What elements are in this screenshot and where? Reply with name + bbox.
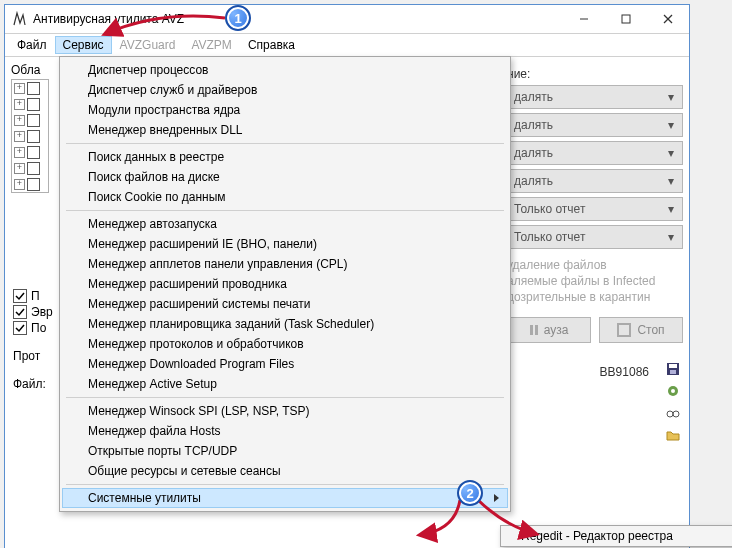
checkbox[interactable] — [13, 321, 27, 335]
menubar: Файл Сервис AVZGuard AVZPM Справка — [5, 34, 689, 57]
chevron-down-icon: ▾ — [664, 118, 678, 132]
combo-action-1[interactable]: далять▾ — [507, 85, 683, 109]
chevron-down-icon: ▾ — [664, 202, 678, 216]
dropdown-item[interactable]: Менеджер апплетов панели управления (CPL… — [62, 254, 508, 274]
heal-label: ние: — [507, 67, 683, 81]
titlebar: Антивирусная утилита AVZ — [5, 5, 689, 34]
dropdown-item[interactable]: Системные утилиты — [62, 488, 508, 508]
chevron-down-icon: ▾ — [664, 174, 678, 188]
dropdown-item[interactable]: Менеджер расширений системы печати — [62, 294, 508, 314]
dropdown-item[interactable]: Менеджер планировщика заданий (Task Sche… — [62, 314, 508, 334]
dropdown-item[interactable]: Менеджер внедренных DLL — [62, 120, 508, 140]
menu-avzpm[interactable]: AVZPM — [183, 36, 239, 54]
menu-service[interactable]: Сервис — [55, 36, 112, 54]
note-line: удаление файлов — [507, 257, 683, 273]
drive-tree[interactable]: + + + + + + + — [11, 79, 49, 193]
dropdown-item[interactable]: Поиск Cookie по данным — [62, 187, 508, 207]
log-side-icons — [665, 361, 681, 443]
folder-icon[interactable] — [665, 427, 681, 443]
save-icon[interactable] — [665, 361, 681, 377]
dropdown-item[interactable]: Менеджер Downloaded Program Files — [62, 354, 508, 374]
svg-rect-1 — [622, 15, 630, 23]
annotation-badge-1: 1 — [225, 5, 251, 31]
menu-file[interactable]: Файл — [9, 36, 55, 54]
combo-action-6[interactable]: Только отчет▾ — [507, 225, 683, 249]
tree-row[interactable]: + — [12, 80, 48, 96]
stop-icon — [617, 323, 631, 337]
dropdown-item[interactable]: Менеджер Active Setup — [62, 374, 508, 394]
left-column: Обла + + + + + + + — [9, 61, 49, 193]
maximize-button[interactable] — [605, 5, 647, 33]
svg-point-9 — [667, 411, 673, 417]
system-utilities-submenu: Regedit - Редактор реестра — [500, 525, 732, 547]
menu-help[interactable]: Справка — [240, 36, 303, 54]
dropdown-item[interactable]: Модули пространства ядра — [62, 100, 508, 120]
file-label: Файл: — [13, 377, 46, 391]
submenu-item-regedit[interactable]: Regedit - Редактор реестра — [521, 529, 673, 543]
right-panel: ние: далять▾ далять▾ далять▾ далять▾ Тол… — [507, 67, 683, 343]
area-label: Обла — [9, 61, 49, 79]
minimize-button[interactable] — [563, 5, 605, 33]
tree-row[interactable]: + — [12, 128, 48, 144]
dropdown-item[interactable]: Менеджер расширений IE (BHO, панели) — [62, 234, 508, 254]
dropdown-item[interactable]: Менеджер расширений проводника — [62, 274, 508, 294]
checkbox[interactable] — [13, 289, 27, 303]
window-title: Антивирусная утилита AVZ — [33, 12, 563, 26]
dropdown-item[interactable]: Диспетчер служб и драйверов — [62, 80, 508, 100]
svg-point-8 — [671, 389, 675, 393]
tree-row[interactable]: + — [12, 112, 48, 128]
dropdown-item[interactable]: Открытые порты TCP/UDP — [62, 441, 508, 461]
dropdown-item[interactable]: Менеджер протоколов и обработчиков — [62, 334, 508, 354]
glasses-icon[interactable] — [665, 405, 681, 421]
dropdown-item[interactable]: Менеджер автозапуска — [62, 214, 508, 234]
svg-rect-6 — [670, 370, 676, 374]
stop-button[interactable]: Стоп — [599, 317, 683, 343]
combo-action-2[interactable]: далять▾ — [507, 113, 683, 137]
note-line: аляемые файлы в Infected — [507, 273, 683, 289]
app-window: Антивирусная утилита AVZ Файл Сервис AVZ… — [4, 4, 690, 548]
protocol-label: Прот — [13, 349, 40, 363]
checkbox-area: П Эвр По — [13, 288, 53, 336]
service-dropdown: Диспетчер процессовДиспетчер служб и дра… — [59, 56, 511, 512]
close-button[interactable] — [647, 5, 689, 33]
chevron-down-icon: ▾ — [664, 230, 678, 244]
chevron-right-icon — [494, 494, 499, 502]
dropdown-item[interactable]: Менеджер Winsock SPI (LSP, NSP, TSP) — [62, 401, 508, 421]
check-label: По — [31, 321, 46, 335]
tree-row[interactable]: + — [12, 160, 48, 176]
svg-rect-5 — [669, 364, 677, 368]
tree-row[interactable]: + — [12, 176, 48, 192]
log-text: BB91086 — [600, 365, 649, 379]
app-icon — [11, 11, 27, 27]
svg-point-10 — [673, 411, 679, 417]
annotation-badge-2: 2 — [457, 480, 483, 506]
menu-avzguard[interactable]: AVZGuard — [112, 36, 184, 54]
chevron-down-icon: ▾ — [664, 146, 678, 160]
check-label: Эвр — [31, 305, 53, 319]
combo-action-3[interactable]: далять▾ — [507, 141, 683, 165]
tree-row[interactable]: + — [12, 96, 48, 112]
chevron-down-icon: ▾ — [664, 90, 678, 104]
dropdown-item[interactable]: Поиск файлов на диске — [62, 167, 508, 187]
pause-icon — [530, 325, 538, 335]
combo-action-4[interactable]: далять▾ — [507, 169, 683, 193]
gear-icon[interactable] — [665, 383, 681, 399]
dropdown-item[interactable]: Диспетчер процессов — [62, 60, 508, 80]
dropdown-item[interactable]: Общие ресурсы и сетевые сеансы — [62, 461, 508, 481]
checkbox[interactable] — [13, 305, 27, 319]
check-label: П — [31, 289, 40, 303]
dropdown-item[interactable]: Менеджер файла Hosts — [62, 421, 508, 441]
combo-action-5[interactable]: Только отчет▾ — [507, 197, 683, 221]
tree-row[interactable]: + — [12, 144, 48, 160]
note-line: дозрительные в карантин — [507, 289, 683, 305]
dropdown-item[interactable]: Поиск данных в реестре — [62, 147, 508, 167]
pause-button[interactable]: ауза — [507, 317, 591, 343]
